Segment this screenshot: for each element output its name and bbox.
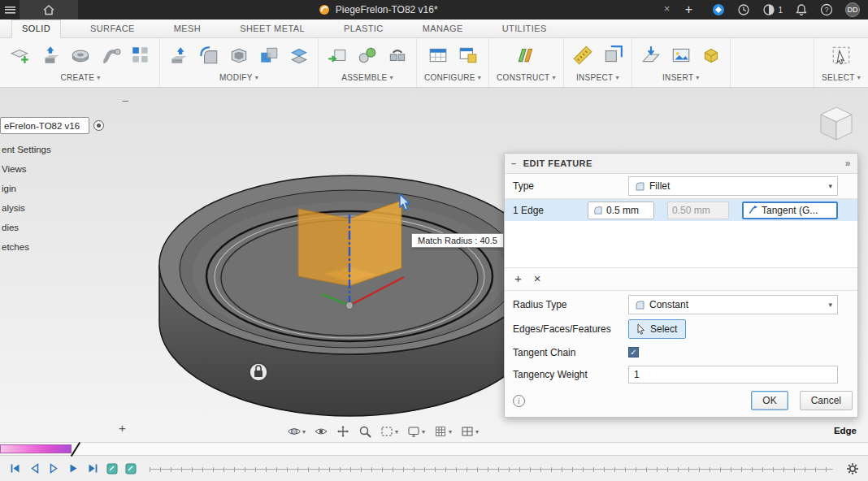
joint-button[interactable] <box>356 43 379 67</box>
type-dropdown[interactable]: Fillet ▾ <box>628 176 838 196</box>
new-tab-button[interactable]: + <box>678 2 699 17</box>
browser-item-named-views[interactable]: Views <box>0 159 51 179</box>
fit-button[interactable]: ▾ <box>377 422 401 441</box>
history-button[interactable] <box>737 3 750 16</box>
continuity-dropdown[interactable]: Tangent (G... <box>742 202 838 219</box>
insert-derive-button[interactable] <box>640 43 662 67</box>
canvas-button[interactable] <box>670 43 692 67</box>
browser-item-document-settings[interactable]: ent Settings <box>0 140 51 159</box>
remove-edge-set-icon[interactable]: × <box>534 273 541 284</box>
edge-set-row[interactable]: 1 Edge 0.5 mm 0.50 mm <box>505 199 857 221</box>
grid-settings-button[interactable]: ▾ <box>431 422 455 441</box>
timeline-position-handle[interactable] <box>71 442 80 457</box>
insert-menu-button[interactable]: INSERT ▾ <box>640 70 723 85</box>
construct-menu-button[interactable]: CONSTRUCT ▾ <box>497 70 556 85</box>
app-menu-button[interactable] <box>0 0 20 20</box>
timeline-range-slider[interactable] <box>0 444 72 453</box>
extrude-button[interactable] <box>39 43 62 67</box>
expand-panel-icon[interactable]: » <box>845 158 851 169</box>
insert-mcmaster-button[interactable] <box>700 43 723 67</box>
collapse-dialog-icon[interactable]: – <box>511 158 517 168</box>
create-menu-button[interactable]: CREATE ▾ <box>9 70 152 85</box>
construction-plane-button[interactable] <box>514 43 537 67</box>
zoom-button[interactable] <box>355 422 375 441</box>
display-settings-button[interactable]: ▾ <box>404 422 428 441</box>
tab-surface[interactable]: SURFACE <box>80 20 145 37</box>
browser-item-sketches[interactable]: etches <box>0 237 51 257</box>
job-status-button[interactable]: 1 <box>762 3 783 16</box>
notifications-button[interactable] <box>795 3 808 16</box>
avatar[interactable]: DD <box>845 2 860 17</box>
active-component-radio-icon[interactable] <box>93 120 104 131</box>
modify-menu-button[interactable]: MODIFY ▾ <box>167 70 310 85</box>
browser-root-node[interactable]: eFrelon-TO82 v16 <box>0 117 89 134</box>
lock-badge-icon[interactable] <box>250 363 267 381</box>
orbit-button[interactable]: ▾ <box>284 422 309 441</box>
close-tab-icon[interactable]: × <box>664 2 671 15</box>
tab-mesh[interactable]: MESH <box>164 20 210 37</box>
select-menu-button[interactable]: SELECT ▾ <box>822 70 861 85</box>
browser-item-origin[interactable]: igin <box>0 179 51 198</box>
new-component-button[interactable] <box>326 43 349 67</box>
create-sketch-button[interactable] <box>9 43 32 67</box>
dialog-header[interactable]: – EDIT FEATURE » <box>505 154 857 174</box>
tab-sheet-metal[interactable]: SHEET METAL <box>230 20 315 37</box>
pattern-button[interactable] <box>129 43 152 67</box>
ok-button[interactable]: OK <box>751 391 788 410</box>
timeline-step-back-button[interactable] <box>28 462 41 475</box>
timeline-feature-sketch-1[interactable] <box>106 462 119 475</box>
timeline-skip-end-button[interactable] <box>86 462 100 475</box>
look-at-button[interactable] <box>311 422 331 441</box>
shell-button[interactable] <box>228 43 250 67</box>
tab-utilities[interactable]: UTILITIES <box>493 20 557 37</box>
radius-secondary-field[interactable]: 0.50 mm <box>667 202 729 219</box>
tab-manage[interactable]: MANAGE <box>413 20 473 37</box>
measure-button[interactable] <box>571 43 594 67</box>
extensions-button[interactable] <box>712 3 725 16</box>
tab-plastic[interactable]: PLASTIC <box>334 20 393 37</box>
browser-item-bodies[interactable]: dies <box>0 218 51 237</box>
viewport-3d[interactable]: – eFrelon-TO82 v16 ent Settings Views ig… <box>0 88 868 442</box>
timeline-skip-start-button[interactable] <box>8 462 22 475</box>
radius-value-field[interactable]: 0.5 mm <box>588 202 654 219</box>
viewports-button[interactable]: ▾ <box>458 422 482 441</box>
origin-point[interactable] <box>346 302 354 310</box>
radius-type-dropdown[interactable]: Constant ▾ <box>628 295 838 314</box>
view-cube[interactable] <box>813 99 860 150</box>
timeline-feature-sketch-2[interactable] <box>124 462 137 475</box>
pan-button[interactable] <box>333 422 353 441</box>
configuration-button[interactable] <box>427 43 449 67</box>
browser-collapse-button[interactable]: – <box>119 96 132 107</box>
offset-face-button[interactable] <box>288 43 310 67</box>
sweep-button[interactable] <box>99 43 122 67</box>
info-icon[interactable]: i <box>513 395 525 407</box>
browser-item-analysis[interactable]: alysis <box>0 198 51 218</box>
tangent-chain-checkbox[interactable]: ✓ <box>628 347 639 358</box>
timeline-settings-button[interactable] <box>845 462 860 476</box>
help-button[interactable]: ? <box>820 3 833 16</box>
configure-menu-button[interactable]: CONFIGURE ▾ <box>424 70 481 85</box>
document-tab[interactable]: PiegeFrelon-TO82 v16* × <box>78 0 678 20</box>
browser-add-button[interactable]: + <box>119 421 126 435</box>
interference-button[interactable] <box>601 43 624 67</box>
rigid-group-button[interactable] <box>386 43 409 67</box>
tangency-weight-input[interactable] <box>628 366 838 384</box>
fillet-button[interactable] <box>197 43 220 67</box>
add-edge-set-icon[interactable]: + <box>514 273 522 284</box>
sketch-plane-left[interactable] <box>298 209 349 286</box>
select-edges-button[interactable]: Select <box>628 319 686 339</box>
timeline-track[interactable] <box>150 464 833 474</box>
browser-root-row[interactable]: eFrelon-TO82 v16 <box>0 117 104 134</box>
assemble-menu-button[interactable]: ASSEMBLE ▾ <box>326 70 409 85</box>
configuration-table-button[interactable] <box>457 43 480 67</box>
tab-solid[interactable]: SOLID <box>11 20 61 38</box>
press-pull-button[interactable] <box>167 43 190 67</box>
select-tool-button[interactable] <box>830 43 853 67</box>
inspect-menu-button[interactable]: INSPECT ▾ <box>571 70 624 85</box>
timeline-play-button[interactable] <box>67 462 80 475</box>
home-button[interactable] <box>20 0 78 20</box>
combine-button[interactable] <box>258 43 280 67</box>
revolve-button[interactable] <box>69 43 92 67</box>
timeline-step-forward-button[interactable] <box>47 462 61 475</box>
cancel-button[interactable]: Cancel <box>800 391 853 410</box>
